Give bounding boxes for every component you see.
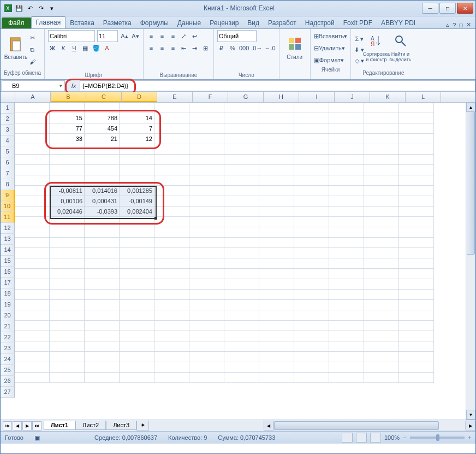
sort-filter-button[interactable]: AЯ Сортировка и фильтр [364,30,388,66]
cell-F17[interactable] [189,269,224,279]
cell-I21[interactable] [294,310,329,321]
cell-B4[interactable]: 33 [50,134,85,144]
row-header-18[interactable]: 18 [1,288,15,299]
sheet-tab-2[interactable]: Лист2 [75,421,106,430]
cell-A2[interactable] [15,113,50,123]
ribbon-minimize-icon[interactable]: ▵ [446,21,449,28]
cell-G20[interactable] [224,300,259,310]
cell-L1[interactable] [399,103,434,113]
cell-F25[interactable] [189,352,224,362]
cell-I20[interactable] [294,300,329,310]
cell-J20[interactable] [329,300,364,310]
cell-K23[interactable] [364,331,399,341]
cell-H2[interactable] [259,113,294,123]
cell-E24[interactable] [154,341,189,352]
cell-I6[interactable] [294,155,329,165]
select-all-corner[interactable] [1,92,15,102]
cell-I5[interactable] [294,144,329,155]
cell-C22[interactable] [85,321,120,331]
view-break-icon[interactable] [370,433,381,443]
cell-H8[interactable] [259,175,294,186]
cell-J26[interactable] [329,362,364,373]
cell-B17[interactable] [50,269,85,279]
align-bot-icon[interactable]: ≡ [169,31,177,41]
cell-J21[interactable] [329,310,364,321]
cell-L25[interactable] [399,352,434,362]
cell-C18[interactable] [85,279,120,290]
cell-B24[interactable] [50,341,85,352]
cell-D18[interactable] [120,279,154,290]
cell-K4[interactable] [364,134,399,144]
cell-I25[interactable] [294,352,329,362]
cell-B12[interactable] [50,217,85,227]
cell-F18[interactable] [189,279,224,290]
wrap-text-icon[interactable]: ↩ [191,31,199,41]
cell-G8[interactable] [224,175,259,186]
sheet-nav-prev-icon[interactable]: ◀ [13,421,22,431]
cell-B7[interactable] [50,165,85,175]
status-record-icon[interactable]: ▣ [34,434,40,441]
row-header-10[interactable]: 10 [1,201,15,212]
cell-C4[interactable]: 21 [85,134,120,144]
cell-J11[interactable] [329,207,364,217]
cell-L16[interactable] [399,258,434,269]
cell-K20[interactable] [364,300,399,310]
sheet-nav-first-icon[interactable]: ⏮ [3,421,12,431]
tab-view[interactable]: Вид [243,17,264,28]
cell-L22[interactable] [399,321,434,331]
dec-decimal-icon[interactable]: ←.0 [265,43,276,53]
cell-G9[interactable] [224,186,259,196]
cell-L15[interactable] [399,248,434,258]
cell-F5[interactable] [189,144,224,155]
cell-G3[interactable] [224,123,259,134]
cell-G17[interactable] [224,269,259,279]
cell-J25[interactable] [329,352,364,362]
column-header-E[interactable]: E [157,92,193,102]
sheet-tab-3[interactable]: Лист3 [106,421,136,430]
cell-L8[interactable] [399,175,434,186]
cell-I15[interactable] [294,248,329,258]
cell-G2[interactable] [224,113,259,123]
cell-K1[interactable] [364,103,399,113]
cell-H15[interactable] [259,248,294,258]
cell-D11[interactable]: 0,082404 [120,207,154,217]
cell-E1[interactable] [154,103,189,113]
cell-C5[interactable] [85,144,120,155]
cell-I14[interactable] [294,238,329,248]
scroll-up-icon[interactable]: ▲ [466,102,475,112]
cell-D25[interactable] [120,352,154,362]
sheet-nav-next-icon[interactable]: ▶ [22,421,32,431]
name-box[interactable]: B9 [2,80,65,91]
row-header-3[interactable]: 3 [1,125,15,135]
cell-I2[interactable] [294,113,329,123]
cell-G5[interactable] [224,144,259,155]
cell-L11[interactable] [399,207,434,217]
cell-H14[interactable] [259,238,294,248]
redo-icon[interactable]: ↷ [37,4,45,13]
cell-C15[interactable] [85,248,120,258]
cell-H22[interactable] [259,321,294,331]
cell-A22[interactable] [15,321,50,331]
cell-L2[interactable] [399,113,434,123]
tab-insert[interactable]: Вставка [66,17,99,28]
cell-H18[interactable] [259,279,294,290]
cell-C14[interactable] [85,238,120,248]
cell-C7[interactable] [85,165,120,175]
row-header-25[interactable]: 25 [1,365,15,376]
cell-F12[interactable] [189,217,224,227]
insert-cells-button[interactable]: ⊞ Вставить ▾ [314,31,348,41]
cell-I10[interactable] [294,196,329,207]
cell-G18[interactable] [224,279,259,290]
cell-E19[interactable] [154,290,189,300]
cell-A24[interactable] [15,341,50,352]
cell-C21[interactable] [85,310,120,321]
cell-J12[interactable] [329,217,364,227]
cell-D2[interactable]: 14 [120,113,154,123]
cut-icon[interactable]: ✂ [28,33,37,43]
cell-B3[interactable]: 77 [50,123,85,134]
font-name-combo[interactable] [48,30,95,42]
cell-B6[interactable] [50,155,85,165]
cell-E16[interactable] [154,258,189,269]
cell-F4[interactable] [189,134,224,144]
cell-A27[interactable] [15,373,50,383]
